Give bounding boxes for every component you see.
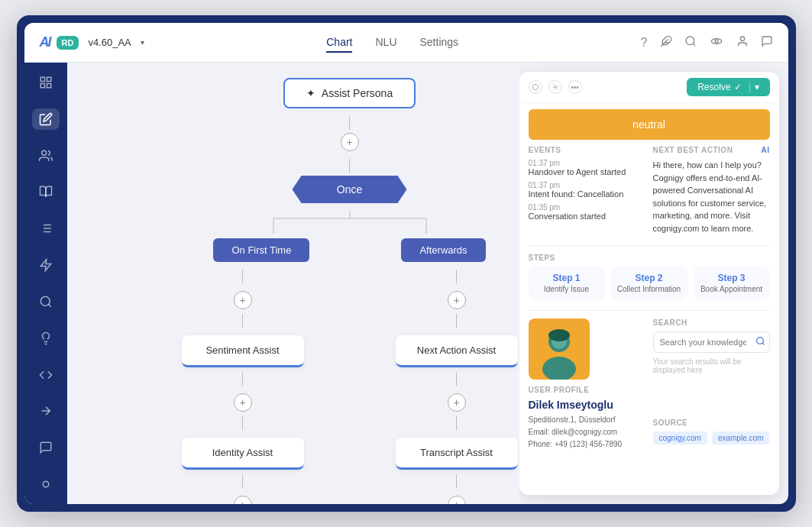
app-logo: AI bbox=[40, 34, 50, 50]
node-transcript-assist[interactable]: Transcript Assist bbox=[396, 438, 518, 470]
sidebar-icon-code[interactable] bbox=[32, 364, 60, 386]
flow-chart: ✦ Assist Persona + Onc bbox=[128, 78, 519, 504]
line-2 bbox=[349, 159, 350, 173]
svg-rect-9 bbox=[47, 83, 50, 87]
add-node-left-1[interactable]: + bbox=[234, 291, 252, 309]
add-node-left-3[interactable]: + bbox=[234, 496, 252, 504]
event-item-2: 01:37 pm Intent found: Cancellation bbox=[529, 181, 645, 199]
avatar-svg bbox=[536, 325, 582, 380]
help-icon[interactable]: ? bbox=[641, 36, 648, 50]
source-tag-2[interactable]: example.com bbox=[712, 432, 769, 445]
add-node-left-2[interactable]: + bbox=[234, 393, 252, 412]
steps-section: STEPS Step 1 Identify Issue Step 2 Colle… bbox=[529, 254, 770, 299]
search-input[interactable] bbox=[653, 331, 770, 353]
inner-container: AI RD v4.60_AA ▾ Chart NLU Settings ? bbox=[24, 23, 788, 504]
panel-settings-btn[interactable] bbox=[548, 80, 562, 94]
sidebar-icon-lightbulb[interactable] bbox=[32, 328, 60, 349]
node-once[interactable]: Once bbox=[293, 176, 407, 203]
line-left-5 bbox=[242, 474, 243, 488]
search-empty-text: Your search results will be displayed he… bbox=[653, 357, 770, 374]
node-on-first-time[interactable]: On First Time bbox=[213, 238, 309, 262]
step-1[interactable]: Step 1 Identify Issue bbox=[529, 267, 605, 299]
sidebar-icon-bolt[interactable] bbox=[32, 254, 60, 276]
line-left-4 bbox=[242, 416, 243, 430]
col-flow-left: + Sentiment Assist + bbox=[182, 270, 304, 504]
sidebar bbox=[24, 63, 67, 504]
steps-row: Step 1 Identify Issue Step 2 Collect Inf… bbox=[529, 267, 770, 299]
panel-close-btn[interactable] bbox=[529, 80, 542, 94]
panel-more-btn[interactable]: ••• bbox=[568, 80, 582, 94]
add-node-right-3[interactable]: + bbox=[448, 496, 466, 504]
sidebar-icon-export[interactable] bbox=[32, 400, 60, 422]
svg-point-27 bbox=[532, 84, 539, 90]
user-icon[interactable] bbox=[736, 35, 749, 50]
divider-1 bbox=[529, 245, 770, 246]
svg-point-2 bbox=[686, 37, 694, 45]
svg-point-5 bbox=[715, 40, 718, 43]
events-panel: EVENTS 01:37 pm Handover to Agent starte… bbox=[529, 146, 645, 234]
two-col-flow: + Sentiment Assist + bbox=[128, 270, 519, 504]
ai-badge: AI bbox=[762, 146, 770, 154]
event-text-1: Handover to Agent started bbox=[529, 167, 645, 176]
flow-row-assist-persona: ✦ Assist Persona bbox=[128, 78, 519, 108]
svg-rect-7 bbox=[40, 77, 44, 81]
step-3-desc: Book Appointment bbox=[700, 285, 764, 293]
line-right-5 bbox=[456, 474, 457, 488]
svg-point-28 bbox=[554, 86, 556, 89]
event-time-3: 01:35 pm bbox=[529, 203, 645, 212]
step-2-desc: Collect Information bbox=[617, 285, 681, 293]
node-next-action-assist[interactable]: Next Action Assist bbox=[396, 335, 518, 367]
node-sentiment-assist-1[interactable]: Sentiment Assist bbox=[182, 335, 304, 367]
sidebar-icon-book[interactable] bbox=[32, 181, 60, 202]
step-3[interactable]: Step 3 Book Appointment bbox=[694, 267, 770, 299]
tab-chart[interactable]: Chart bbox=[326, 33, 352, 53]
resolve-check: ✓ bbox=[734, 82, 742, 92]
panel-body: EVENTS 01:37 pm Handover to Agent starte… bbox=[519, 146, 779, 495]
step-2[interactable]: Step 2 Collect Information bbox=[611, 267, 687, 299]
sidebar-icon-list[interactable] bbox=[32, 218, 60, 239]
connector-right-3 bbox=[456, 372, 457, 386]
sidebar-icon-grid[interactable] bbox=[32, 72, 60, 93]
resolve-dropdown-arrow[interactable]: ▾ bbox=[749, 82, 759, 92]
svg-point-33 bbox=[756, 338, 763, 344]
sidebar-icon-edit[interactable] bbox=[32, 108, 60, 130]
assist-persona-label: Assist Persona bbox=[322, 87, 393, 99]
step-3-label: Step 3 bbox=[700, 273, 764, 283]
event-item-1: 01:37 pm Handover to Agent started bbox=[529, 159, 645, 176]
search-submit-icon[interactable] bbox=[755, 336, 765, 348]
nba-text: Hi there, how can I help you? Cognigy of… bbox=[653, 159, 770, 234]
sidebar-icon-comment[interactable] bbox=[32, 437, 60, 458]
add-node-right-2[interactable]: + bbox=[448, 393, 466, 412]
add-node-btn-1[interactable]: + bbox=[341, 133, 359, 151]
sidebar-icon-wave[interactable] bbox=[32, 474, 60, 495]
assist-persona-icon: ✦ bbox=[306, 87, 315, 99]
resolve-button[interactable]: Resolve ✓ ▾ bbox=[687, 78, 769, 96]
step-1-desc: Identify Issue bbox=[535, 285, 599, 293]
tab-nlu[interactable]: NLU bbox=[375, 33, 396, 53]
node-identity-assist[interactable]: Identity Assist bbox=[182, 438, 304, 470]
connector-right-2 bbox=[456, 314, 457, 328]
source-tag-1[interactable]: cognigy.com bbox=[653, 432, 707, 445]
connector-left-1 bbox=[242, 270, 243, 283]
sidebar-icon-users[interactable] bbox=[32, 145, 60, 167]
add-node-right-1[interactable]: + bbox=[448, 291, 466, 309]
version-text: v4.60_AA bbox=[88, 37, 131, 48]
message-icon[interactable] bbox=[761, 35, 773, 50]
tab-settings[interactable]: Settings bbox=[420, 33, 459, 53]
node-assist-persona[interactable]: ✦ Assist Persona bbox=[283, 78, 416, 108]
svg-line-34 bbox=[762, 343, 764, 344]
sidebar-icon-search[interactable] bbox=[32, 291, 60, 312]
version-badge: RD bbox=[57, 36, 79, 50]
svg-point-30 bbox=[542, 357, 576, 380]
connector-1 bbox=[128, 116, 519, 130]
panel-header: ••• Resolve ✓ ▾ bbox=[519, 72, 779, 103]
event-item-3: 01:35 pm Conversation started bbox=[529, 203, 645, 221]
line-right-3 bbox=[456, 372, 457, 386]
events-label: EVENTS bbox=[529, 146, 645, 154]
header-nav: Chart NLU Settings bbox=[144, 33, 641, 53]
search-icon[interactable] bbox=[684, 35, 697, 50]
feather-icon[interactable] bbox=[660, 35, 672, 50]
view-icon[interactable] bbox=[709, 35, 724, 50]
node-afterwards[interactable]: Afterwards bbox=[401, 238, 485, 262]
svg-point-19 bbox=[40, 296, 50, 306]
